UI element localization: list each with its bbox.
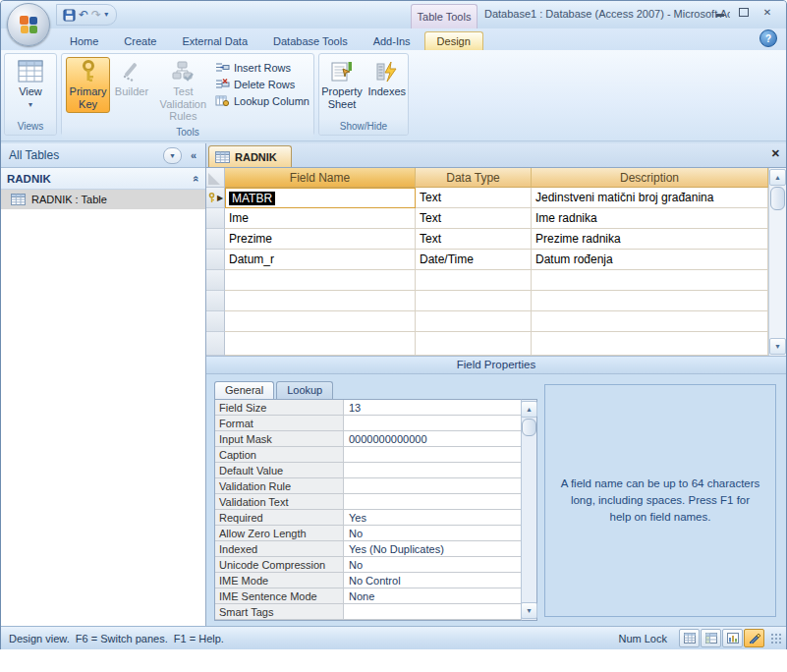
row-selector-primary-key[interactable]: ▶	[206, 188, 225, 208]
office-button[interactable]	[7, 3, 50, 46]
sidebar-item-radnik-table[interactable]: RADNIK : Table	[1, 190, 205, 209]
minimize-button[interactable]	[709, 5, 731, 20]
property-value[interactable]: 0000000000000	[344, 431, 521, 447]
data-type-cell[interactable]: Text	[416, 208, 532, 229]
lookup-column-button[interactable]: Lookup Column	[215, 94, 309, 107]
description-cell[interactable]: Jedinstveni matični broj građanina	[532, 188, 768, 208]
undo-icon[interactable]: ↶	[79, 9, 88, 21]
insert-rows-button[interactable]: Insert Rows	[215, 61, 309, 74]
row-selector[interactable]	[206, 250, 225, 270]
help-icon[interactable]: ?	[759, 29, 777, 47]
row-selector[interactable]	[206, 311, 225, 332]
view-button[interactable]: View ▾	[9, 57, 52, 112]
data-type-cell[interactable]: Text	[416, 188, 532, 208]
close-tab-icon[interactable]: ✕	[771, 147, 780, 160]
window-title: Database1 : Database (Access 2007) - Mic…	[484, 8, 730, 20]
property-value[interactable]	[344, 478, 521, 494]
property-value[interactable]	[344, 604, 521, 620]
description-cell[interactable]: Ime radnika	[532, 208, 768, 229]
table-icon	[215, 151, 230, 163]
group-label-show-hide[interactable]: Show/Hide	[319, 120, 408, 135]
window-controls: ✕	[709, 5, 778, 20]
nav-dropdown-icon[interactable]: ▼	[163, 147, 182, 164]
save-icon[interactable]	[63, 9, 76, 22]
field-properties-tabs: General Lookup	[214, 380, 335, 399]
redo-icon[interactable]: ↷	[91, 9, 101, 21]
table-design-grid: Field Name Data Type Description ▶	[206, 168, 786, 357]
datasheet-view-button[interactable]	[679, 629, 700, 647]
property-value[interactable]: No Control	[344, 573, 521, 588]
field-name-cell[interactable]: Ime	[225, 208, 416, 229]
property-value[interactable]	[344, 416, 521, 431]
properties-vertical-scrollbar[interactable]: ▲ ▼	[521, 399, 537, 621]
scroll-up-icon[interactable]: ▲	[521, 401, 537, 418]
data-type-cell[interactable]: Text	[416, 229, 532, 250]
document-area: RADNIK ✕ Field Name Data Type Descriptio…	[206, 143, 786, 627]
property-value[interactable]: Yes (No Duplicates)	[344, 541, 521, 557]
scroll-down-icon[interactable]: ▼	[769, 338, 786, 355]
indexes-icon	[375, 60, 399, 84]
property-value[interactable]	[344, 463, 521, 478]
pivottable-view-button[interactable]	[701, 629, 721, 647]
chevron-up-icon: «	[191, 175, 202, 181]
row-selector[interactable]	[206, 229, 225, 250]
column-header-description[interactable]: Description	[532, 168, 768, 188]
pivotchart-view-button[interactable]	[722, 629, 743, 647]
scrollbar-thumb[interactable]	[522, 419, 536, 436]
property-value[interactable]	[344, 447, 521, 463]
property-row: Caption	[215, 447, 521, 463]
group-label-tools[interactable]: Tools	[62, 126, 313, 140]
design-view-icon	[749, 633, 760, 644]
validation-diagram-icon	[171, 60, 195, 84]
property-value[interactable]: None	[344, 588, 521, 604]
row-selector[interactable]	[206, 291, 225, 311]
qat-customize-icon[interactable]: ▾	[104, 11, 108, 19]
description-cell[interactable]: Datum rođenja	[532, 250, 768, 270]
description-cell[interactable]: Prezime radnika	[532, 229, 768, 250]
delete-rows-button[interactable]: Delete Rows	[215, 78, 309, 90]
grid-vertical-scrollbar[interactable]: ▲ ▼	[768, 168, 786, 356]
nav-group-header[interactable]: RADNIK «	[1, 168, 205, 190]
close-button[interactable]: ✕	[757, 5, 778, 20]
tab-design[interactable]: Design	[424, 31, 483, 50]
shutter-bar-collapse-icon[interactable]: «	[186, 147, 201, 163]
tab-lookup[interactable]: Lookup	[276, 381, 333, 399]
column-header-field-name[interactable]: Field Name	[225, 168, 416, 188]
data-type-cell[interactable]: Date/Time	[416, 250, 532, 270]
property-sheet-button[interactable]: Property Sheet	[319, 57, 365, 113]
document-tab-radnik[interactable]: RADNIK	[208, 145, 292, 167]
property-value[interactable]: Yes	[344, 510, 521, 526]
field-properties-title: Field Properties	[206, 357, 786, 374]
tab-external-data[interactable]: External Data	[170, 32, 259, 50]
property-value[interactable]: 13	[344, 400, 521, 416]
tab-create[interactable]: Create	[112, 32, 168, 50]
column-header-data-type[interactable]: Data Type	[416, 168, 532, 188]
property-value[interactable]: No	[344, 526, 521, 541]
property-value[interactable]: No	[344, 557, 521, 573]
property-value[interactable]	[344, 494, 521, 510]
property-label: Unicode Compression	[215, 557, 344, 573]
nav-pane-header[interactable]: All Tables ▼ «	[1, 143, 205, 168]
resize-grip[interactable]	[770, 633, 782, 644]
scroll-down-icon[interactable]: ▼	[521, 602, 537, 619]
field-name-cell[interactable]: Prezime	[225, 229, 416, 250]
tab-add-ins[interactable]: Add-Ins	[362, 32, 422, 50]
primary-key-button[interactable]: Primary Key	[66, 57, 110, 113]
tab-database-tools[interactable]: Database Tools	[261, 32, 360, 50]
tab-general[interactable]: General	[214, 381, 274, 399]
title-bar: ↶ ↷ ▾ Table Tools Database1 : Database (…	[1, 1, 786, 28]
field-name-cell[interactable]: MATBR	[225, 188, 416, 208]
indexes-button[interactable]: Indexes	[366, 57, 408, 101]
grid-corner-cell[interactable]	[206, 168, 225, 188]
design-view-button[interactable]	[744, 629, 764, 647]
row-selector[interactable]	[206, 332, 225, 356]
tab-home[interactable]: Home	[58, 32, 110, 50]
scrollbar-thumb[interactable]	[770, 187, 785, 210]
pivottable-view-icon	[705, 633, 717, 644]
group-label-views[interactable]: Views	[5, 120, 56, 135]
field-name-cell[interactable]: Datum_r	[225, 250, 416, 270]
row-selector[interactable]	[206, 270, 225, 291]
scroll-up-icon[interactable]: ▲	[769, 169, 786, 186]
row-selector[interactable]	[206, 208, 225, 229]
maximize-button[interactable]	[733, 5, 755, 20]
